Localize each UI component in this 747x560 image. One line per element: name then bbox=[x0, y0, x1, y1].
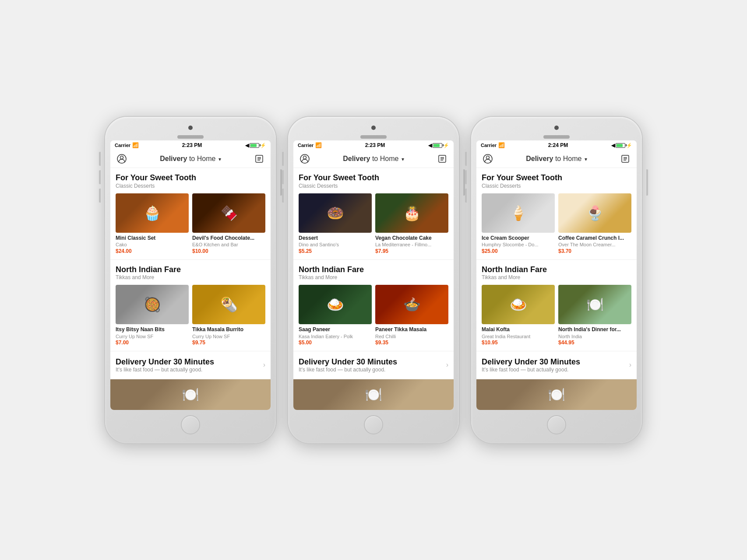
speaker bbox=[543, 135, 570, 139]
item-restaurant: La Mediterranee - Fillmo... bbox=[375, 242, 448, 248]
home-button[interactable] bbox=[181, 415, 200, 434]
item-card[interactable]: 🥘 Itsy Bitsy Naan Bits Curry Up Now SF $… bbox=[116, 285, 189, 346]
item-card[interactable]: 🍨 Coffee Caramel Crunch I... Over The Mo… bbox=[558, 193, 631, 254]
nav-title[interactable]: Delivery to Home ▾ bbox=[160, 155, 221, 163]
nav-title[interactable]: Delivery to Home ▾ bbox=[343, 155, 404, 163]
item-image: 🍫 bbox=[192, 193, 265, 233]
item-name: North India's Dinner for... bbox=[558, 326, 631, 333]
status-bar: Carrier 📶 2:23 PM ◀ ⚡ bbox=[110, 140, 271, 150]
item-image: 🍨 bbox=[558, 193, 631, 233]
item-price: $25.00 bbox=[482, 248, 555, 254]
orders-icon[interactable] bbox=[253, 153, 265, 165]
item-image: 🍛 bbox=[299, 285, 372, 324]
item-price: $7.00 bbox=[116, 340, 189, 346]
status-bar: Carrier 📶 2:23 PM ◀ ⚡ bbox=[293, 140, 454, 150]
item-price: $10.00 bbox=[192, 248, 265, 254]
camera bbox=[188, 126, 193, 130]
phone-top bbox=[110, 122, 271, 140]
phone-top bbox=[293, 122, 454, 140]
item-card[interactable]: 🌯 Tikka Masala Burrito Curry Up Now SF $… bbox=[192, 285, 265, 346]
location-icon: ◀ bbox=[428, 143, 432, 148]
carrier-label: Carrier bbox=[115, 143, 130, 148]
wifi-icon: 📶 bbox=[132, 142, 139, 148]
speaker bbox=[177, 135, 204, 139]
item-image: 🌯 bbox=[192, 285, 265, 324]
phone-3: Carrier 📶 2:24 PM ◀ ⚡ bbox=[471, 117, 642, 443]
delivery-info: Delivery Under 30 Minutes It's like fast… bbox=[299, 357, 397, 373]
home-button[interactable] bbox=[547, 415, 566, 434]
phone-screen: Carrier 📶 2:23 PM ◀ ⚡ bbox=[110, 140, 271, 410]
item-card[interactable]: 🍛 Malai Kofta Great India Restaurant $10… bbox=[482, 285, 555, 346]
section-subtitle: Classic Desserts bbox=[299, 183, 448, 189]
profile-icon[interactable] bbox=[482, 153, 494, 165]
delivery-food-icon: 🍽️ bbox=[548, 386, 565, 403]
section-subtitle: Tikkas and More bbox=[299, 274, 448, 280]
power-button bbox=[646, 169, 648, 196]
item-name: Devil's Food Chocolate... bbox=[192, 235, 265, 242]
battery-fill bbox=[617, 144, 623, 147]
delivery-section[interactable]: Delivery Under 30 Minutes It's like fast… bbox=[476, 351, 637, 379]
volume-down-button bbox=[282, 189, 284, 203]
delivery-preview-image: 🍽️ bbox=[110, 379, 271, 410]
charging-icon: ⚡ bbox=[260, 143, 266, 148]
item-name: Malai Kofta bbox=[482, 326, 555, 333]
item-card[interactable]: 🍛 Saag Paneer Kasa Indian Eatery - Polk … bbox=[299, 285, 372, 346]
section-indian1: North Indian Fare Tikkas and More 🥘 Itsy… bbox=[110, 260, 271, 351]
item-restaurant: Kasa Indian Eatery - Polk bbox=[299, 333, 372, 340]
item-card[interactable]: 🧁 Mini Classic Set Cako $24.00 bbox=[116, 193, 189, 254]
item-restaurant: North India bbox=[558, 333, 631, 340]
svg-point-1 bbox=[120, 156, 123, 159]
dropdown-arrow: ▾ bbox=[585, 156, 587, 162]
delivery-title: Delivery Under 30 Minutes bbox=[116, 357, 214, 367]
food-emoji-icon: 🍦 bbox=[510, 205, 527, 221]
phone-bottom bbox=[110, 410, 271, 438]
nav-title[interactable]: Delivery to Home ▾ bbox=[526, 155, 587, 163]
items-row: 🍛 Malai Kofta Great India Restaurant $10… bbox=[482, 285, 631, 346]
delivery-section[interactable]: Delivery Under 30 Minutes It's like fast… bbox=[293, 351, 454, 379]
nav-bar: Delivery to Home ▾ bbox=[293, 150, 454, 168]
item-card[interactable]: 🍦 Ice Cream Scooper Humphry Slocombe - D… bbox=[482, 193, 555, 254]
food-emoji-icon: 🍲 bbox=[403, 296, 421, 313]
profile-icon[interactable] bbox=[299, 153, 311, 165]
profile-icon[interactable] bbox=[116, 153, 128, 165]
section-subtitle: Tikkas and More bbox=[482, 274, 631, 280]
food-emoji-icon: 🥘 bbox=[144, 296, 161, 313]
section-title: North Indian Fare bbox=[482, 265, 631, 275]
item-price: $5.00 bbox=[299, 340, 372, 346]
item-card[interactable]: 🍽️ North India's Dinner for... North Ind… bbox=[558, 285, 631, 346]
status-left: Carrier 📶 bbox=[298, 142, 322, 148]
volume-down-button bbox=[99, 189, 101, 203]
status-right: ◀ ⚡ bbox=[428, 143, 449, 148]
section-title: North Indian Fare bbox=[299, 265, 448, 275]
item-restaurant: Curry Up Now SF bbox=[192, 333, 265, 340]
item-image: 🍩 bbox=[299, 193, 372, 233]
orders-icon[interactable] bbox=[436, 153, 448, 165]
phone-frame: Carrier 📶 2:23 PM ◀ ⚡ bbox=[288, 117, 459, 443]
item-price: $7.95 bbox=[375, 248, 448, 254]
items-row: 🧁 Mini Classic Set Cako $24.00 bbox=[116, 193, 265, 254]
home-button[interactable] bbox=[364, 415, 383, 434]
item-card[interactable]: 🍩 Dessert Dino and Santino's $5.25 bbox=[299, 193, 372, 254]
status-bar: Carrier 📶 2:24 PM ◀ ⚡ bbox=[476, 140, 637, 150]
item-card[interactable]: 🍫 Devil's Food Chocolate... E&O Kitchen … bbox=[192, 193, 265, 254]
time-display: 2:24 PM bbox=[548, 142, 568, 148]
carrier-label: Carrier bbox=[481, 143, 497, 148]
section-subtitle: Classic Desserts bbox=[116, 183, 265, 189]
delivery-section[interactable]: Delivery Under 30 Minutes It's like fast… bbox=[110, 351, 271, 379]
charging-icon: ⚡ bbox=[443, 143, 449, 148]
delivery-preview-image: 🍽️ bbox=[476, 379, 637, 410]
item-card[interactable]: 🍲 Paneer Tikka Masala Red Chilli $9.35 bbox=[375, 285, 448, 346]
item-restaurant: Red Chilli bbox=[375, 333, 448, 340]
item-image: 🎂 bbox=[375, 193, 448, 233]
item-image: 🧁 bbox=[116, 193, 189, 233]
time-display: 2:23 PM bbox=[365, 142, 385, 148]
item-image: 🍛 bbox=[482, 285, 555, 324]
camera bbox=[371, 126, 376, 130]
orders-icon[interactable] bbox=[619, 153, 631, 165]
item-image: 🍽️ bbox=[558, 285, 631, 324]
mute-button bbox=[99, 152, 101, 166]
status-left: Carrier 📶 bbox=[481, 142, 505, 148]
item-card[interactable]: 🎂 Vegan Chocolate Cake La Mediterranee -… bbox=[375, 193, 448, 254]
speaker bbox=[360, 135, 387, 139]
section-title: North Indian Fare bbox=[116, 265, 265, 275]
